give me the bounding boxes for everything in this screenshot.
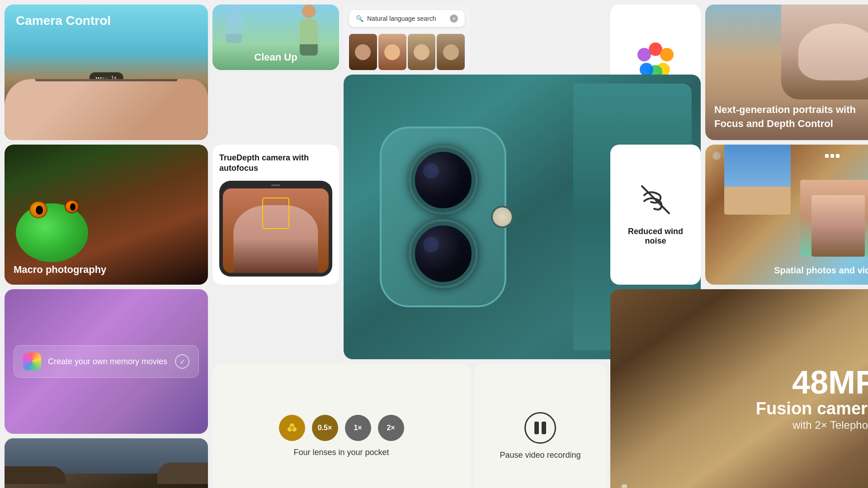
fusion-mp-label: 48MP: [756, 366, 868, 399]
fusion-camera-card: 48MP Fusion camera with 2× Telephoto: [610, 289, 868, 488]
hand-visual: [5, 79, 208, 140]
wind-no-icon-svg: [640, 184, 671, 216]
pause-bar-left: [534, 422, 539, 434]
memory-input-container[interactable]: Create your own memory movies ✓: [14, 345, 199, 378]
reduced-wind-label: Reduced wind noise: [622, 227, 689, 246]
face-detection-box: [262, 197, 289, 229]
fusion-label-container: 48MP Fusion camera with 2× Telephoto: [756, 366, 868, 432]
petal-purple: [637, 48, 651, 61]
photo-result-2: [378, 34, 406, 70]
flash-module: [491, 206, 514, 228]
fusion-name-label: Fusion camera: [756, 399, 868, 419]
search-clear-button[interactable]: ✕: [450, 14, 458, 23]
rock-left: [5, 466, 66, 484]
lens-top: [410, 147, 476, 213]
memory-check-button[interactable]: ✓: [175, 354, 189, 369]
lens-2x-label: 2×: [387, 424, 395, 432]
pause-icon: [534, 422, 546, 434]
search-input-value[interactable]: Natural language search: [367, 15, 446, 22]
portrait-person: [781, 5, 868, 99]
photos-app-icon: [637, 42, 674, 79]
petal-orange: [660, 48, 674, 61]
svg-point-8: [290, 426, 294, 430]
lens-controls-row: 0.5× 1× 2×: [279, 415, 404, 441]
zoom-dots: [96, 77, 108, 79]
svg-text:‹: ‹: [715, 154, 716, 159]
ghost-person: [224, 5, 244, 43]
macro-lens-icon[interactable]: [279, 415, 305, 441]
camera-control-card: Camera Control 1×: [5, 5, 208, 140]
wind-icon: [640, 184, 671, 220]
search-bar[interactable]: 🔍 Natural language search ✕: [349, 10, 465, 27]
pause-video-label: Pause video recording: [500, 450, 580, 460]
pause-video-card: Pause video recording: [475, 364, 606, 488]
rock-right: [157, 463, 208, 484]
four-lenses-label: Four lenses in your pocket: [293, 448, 389, 457]
search-results: [349, 34, 465, 70]
frog-body: [16, 203, 88, 262]
frog-eye: [29, 201, 47, 218]
flower-icon: [285, 421, 299, 435]
person-visual: [296, 5, 321, 54]
memory-input-text[interactable]: Create your own memory movies: [48, 357, 168, 366]
sky-photo: [724, 145, 791, 215]
back-button-icon: ‹: [712, 151, 721, 160]
video-controls: [825, 154, 840, 158]
lens-outer-ring-2: [409, 219, 478, 288]
frog-pupil: [36, 206, 43, 215]
portrait-photo: [800, 180, 868, 257]
portraits-label-container: Next-generation portraits with Focus and…: [714, 103, 868, 131]
pause-button[interactable]: [524, 412, 556, 444]
photo-result-3: [408, 34, 436, 70]
macro-photography-label: Macro photography: [14, 264, 106, 276]
lens-0-5x-button[interactable]: 0.5×: [312, 415, 338, 441]
siri-icon: [23, 352, 41, 371]
clean-up-title: Clean Up: [254, 52, 297, 63]
frog-eye-right: [65, 200, 79, 213]
spatial-photos-card: ‹ ⚙ Spatial photos and videos: [705, 145, 868, 285]
truedepth-title: TrueDepth camera with autofocus: [219, 153, 332, 174]
tiny-person: [622, 484, 627, 488]
spatial-photos-label: Spatial photos and videos: [774, 265, 868, 276]
reduced-wind-card: Reduced wind noise: [610, 145, 701, 285]
clean-up-card: Clean Up: [212, 5, 339, 70]
natural-search-card: 🔍 Natural language search ✕: [344, 5, 470, 70]
lens-bottom: [410, 221, 476, 286]
frog-visual: [11, 172, 201, 262]
pause-bar-right: [542, 422, 546, 434]
portraits-label: Next-generation portraits with Focus and…: [714, 104, 856, 129]
phone-screen: [223, 188, 329, 273]
ultra-wide-card: New Ultra Wide with autofocus: [5, 438, 208, 488]
lens-1x-label: 1×: [354, 424, 362, 432]
truedepth-card: TrueDepth camera with autofocus: [212, 145, 339, 285]
phone-mockup: [219, 181, 332, 277]
lens-2x-button[interactable]: 2×: [378, 415, 404, 441]
svg-point-1: [712, 152, 721, 160]
memory-movies-card: Create your own memory movies ✓: [5, 289, 208, 434]
four-lenses-card: 0.5× 1× 2× Four lenses in your pocket: [212, 364, 470, 488]
camera-control-title: Camera Control: [16, 14, 111, 28]
lens-outer-ring: [409, 145, 478, 215]
photo-result-4: [437, 34, 465, 70]
photo-result-1: [349, 34, 377, 70]
fusion-sub-label: with 2× Telephoto: [756, 419, 868, 432]
next-gen-portraits-card: Next-generation portraits with Focus and…: [705, 5, 868, 140]
macro-photography-card: Macro photography: [5, 145, 208, 285]
lens-0-5x-label: 0.5×: [318, 424, 332, 432]
camera-module: [380, 127, 506, 307]
search-icon: 🔍: [356, 15, 363, 22]
lens-1x-button[interactable]: 1×: [345, 415, 371, 441]
